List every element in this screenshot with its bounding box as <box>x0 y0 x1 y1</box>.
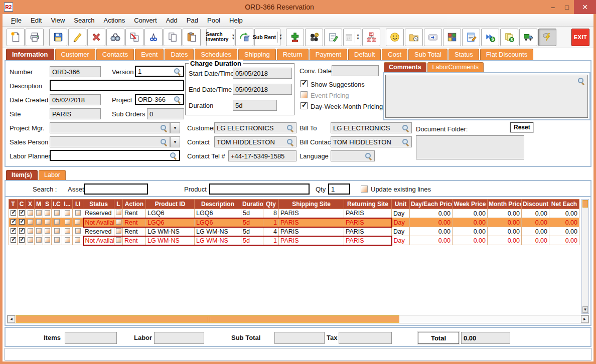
week-price-cell[interactable]: 0.00 <box>453 227 488 236</box>
toolbar-find-button[interactable] <box>106 29 124 46</box>
column-header-i-i[interactable]: I.I <box>73 200 83 209</box>
column-header-day-each-price[interactable]: Day/Each Price <box>410 200 453 209</box>
discount-cell[interactable]: 0.00 <box>522 227 549 236</box>
column-header-action[interactable]: Action <box>123 200 146 209</box>
comments-textarea[interactable] <box>385 75 588 118</box>
show-suggestions-checkbox[interactable] <box>301 80 308 87</box>
row-check-t[interactable] <box>9 209 18 218</box>
qty-cell[interactable]: 1 <box>263 236 279 245</box>
qty-cell[interactable]: 8 <box>263 209 279 218</box>
project-lookup-icon[interactable] <box>174 96 181 103</box>
row-check-m[interactable] <box>35 236 43 245</box>
net-each-cell[interactable]: 0.00 <box>549 227 579 236</box>
returning-site-cell[interactable]: PARIS <box>344 209 392 218</box>
labor-planner-lookup-icon[interactable] <box>170 152 177 159</box>
month-price-cell[interactable]: 0.00 <box>488 236 522 245</box>
close-button[interactable]: ✕ <box>574 0 596 14</box>
horizontal-scroll-thumb[interactable] <box>16 315 399 323</box>
bill-contact-lookup-icon[interactable] <box>402 138 409 146</box>
conv-date-field[interactable] <box>332 65 379 76</box>
project-field[interactable]: ORD-366 <box>135 94 184 105</box>
tab-cost[interactable]: Cost <box>382 49 407 60</box>
toolbar-new-document-button[interactable] <box>7 29 25 46</box>
row-check-t[interactable] <box>9 227 18 236</box>
description-field[interactable] <box>50 80 184 91</box>
row-check-s[interactable] <box>43 209 52 218</box>
row-check-s[interactable] <box>43 236 52 245</box>
column-header-status[interactable]: Status <box>83 200 114 209</box>
column-header-week-price[interactable]: Week Price <box>453 200 488 209</box>
tab-customer[interactable]: Customer <box>55 49 95 60</box>
tab-status[interactable]: Status <box>449 49 479 60</box>
labor-planner-field[interactable] <box>50 150 180 161</box>
unit-cell[interactable]: Day <box>392 209 410 218</box>
row-check-m[interactable] <box>35 218 43 227</box>
menu-convert[interactable]: Convert <box>129 17 162 24</box>
row-check-x[interactable] <box>26 218 35 227</box>
menu-edit[interactable]: Edit <box>26 17 46 24</box>
column-header-c[interactable]: C <box>18 200 26 209</box>
day-each-price-cell[interactable]: 0.00 <box>410 209 453 218</box>
contact-field[interactable]: TOM HIDDLESTON <box>214 136 296 147</box>
row-check-c[interactable] <box>18 236 26 245</box>
month-price-cell[interactable]: 0.00 <box>488 209 522 218</box>
duration-cell[interactable]: 5d <box>241 218 263 227</box>
row-check-m[interactable] <box>35 209 43 218</box>
status-cell[interactable]: Reserved <box>83 209 114 218</box>
toolbar-copy-order-button[interactable] <box>125 29 143 46</box>
net-each-cell[interactable]: 0.00 <box>549 218 579 227</box>
discount-cell[interactable]: 0.00 <box>522 236 549 245</box>
tab-default[interactable]: Default <box>348 49 381 60</box>
menu-file[interactable]: File <box>7 17 26 24</box>
toolbar-shortcut-key-button[interactable] <box>424 29 442 46</box>
tab-return[interactable]: Return <box>277 49 309 60</box>
bill-to-lookup-icon[interactable] <box>402 124 409 132</box>
week-price-cell[interactable]: 0.00 <box>453 209 488 218</box>
tab-dates[interactable]: Dates <box>165 49 194 60</box>
column-header-shipping-site[interactable]: Shipping Site <box>279 200 344 209</box>
customer-lookup-icon[interactable] <box>286 124 294 132</box>
row-check-i-i[interactable] <box>73 209 83 218</box>
column-header-description[interactable]: Description <box>195 200 241 209</box>
day-week-month-pricing-checkbox[interactable] <box>301 102 308 109</box>
column-header-net-each[interactable]: Net Each <box>549 200 579 209</box>
column-header-month-price[interactable]: Month Price <box>488 200 522 209</box>
returning-site-cell[interactable]: PARIS <box>344 227 392 236</box>
row-check-l[interactable] <box>114 236 123 245</box>
row-check-i-i[interactable] <box>73 227 83 236</box>
toolbar-inventory-blocks-button[interactable] <box>443 29 461 46</box>
column-header-i[interactable]: I... <box>62 200 73 209</box>
toolbar-quick-actions-button[interactable] <box>538 29 556 46</box>
total-button[interactable]: Total <box>418 332 459 344</box>
bill-to-field[interactable]: LG ELECTRONICS <box>331 122 412 133</box>
unit-cell[interactable]: Day <box>392 236 410 245</box>
week-price-cell[interactable]: 0.00 <box>453 236 488 245</box>
tab-labor[interactable]: Labor <box>39 170 66 180</box>
toolbar-order-structure-button[interactable] <box>362 29 380 46</box>
contact-lookup-icon[interactable] <box>286 138 294 146</box>
language-lookup-icon[interactable] <box>365 152 372 160</box>
qty-input[interactable]: 1 <box>328 184 350 195</box>
shipping-site-cell[interactable]: PARIS <box>279 218 344 227</box>
column-header-l[interactable]: L <box>114 200 123 209</box>
row-check-i-i[interactable] <box>73 236 83 245</box>
action-cell[interactable]: Rent <box>123 236 146 245</box>
action-cell[interactable]: Rent <box>123 227 146 236</box>
row-check-l[interactable] <box>114 209 123 218</box>
tab-event[interactable]: Event <box>135 49 164 60</box>
column-header-product-id[interactable]: Product ID <box>146 200 195 209</box>
column-header-unit[interactable]: Unit <box>392 200 410 209</box>
sales-person-lookup-icon[interactable] <box>160 138 168 146</box>
row-check-i-[interactable] <box>62 218 73 227</box>
toolbar-customer-service-button[interactable] <box>386 29 404 46</box>
net-each-cell[interactable]: 0.00 <box>549 209 579 218</box>
returning-site-cell[interactable]: PARIS <box>344 218 392 227</box>
sales-person-dropdown[interactable]: ▼ <box>170 136 180 147</box>
tab-contacts[interactable]: Contacts <box>96 49 134 60</box>
toolbar-notes-button[interactable] <box>324 29 342 46</box>
minimize-button[interactable]: – <box>546 0 560 14</box>
toolbar-exit-button[interactable]: EXIT <box>571 29 589 46</box>
tab-flat-discounts[interactable]: Flat Discounts <box>480 49 533 60</box>
toolbar-shipping-truck-button[interactable] <box>519 29 537 46</box>
row-check-m[interactable] <box>35 227 43 236</box>
